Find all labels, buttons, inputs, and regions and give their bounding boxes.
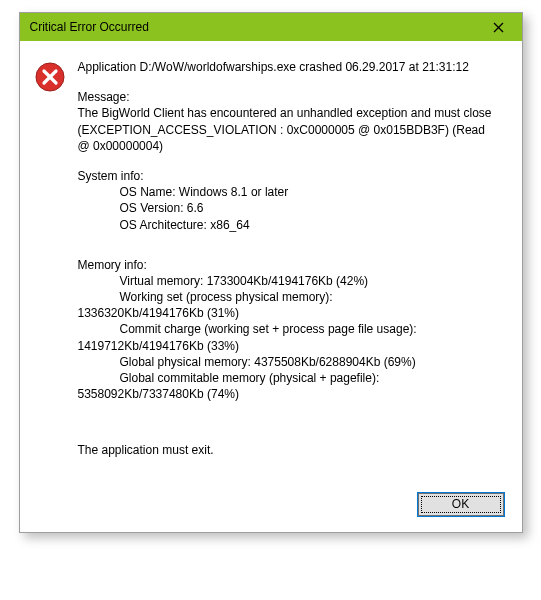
error-icon: [34, 61, 66, 93]
os-version: OS Version: 6.6: [78, 200, 500, 216]
mem-commit-label: Commit charge (working set + process pag…: [78, 321, 500, 337]
message-text: The BigWorld Client has encountered an u…: [78, 105, 500, 154]
mem-virtual: Virtual memory: 1733004Kb/4194176Kb (42%…: [78, 273, 500, 289]
mem-working-set-value: 1336320Kb/4194176Kb (31%): [78, 305, 500, 321]
ok-button[interactable]: OK: [418, 493, 504, 516]
mem-working-set-label: Working set (process physical memory):: [78, 289, 500, 305]
titlebar[interactable]: Critical Error Occurred: [20, 13, 522, 41]
error-dialog: Critical Error Occurred Application D:/W…: [19, 12, 523, 533]
mem-global-commit-value: 5358092Kb/7337480Kb (74%): [78, 386, 500, 402]
os-arch: OS Architecture: x86_64: [78, 217, 500, 233]
dialog-footer: OK: [20, 483, 522, 532]
crash-headline: Application D:/WoW/worldofwarships.exe c…: [78, 59, 500, 75]
system-info-heading: System info:: [78, 168, 500, 184]
memory-info-heading: Memory info:: [78, 257, 500, 273]
window-title: Critical Error Occurred: [30, 20, 149, 34]
exit-message: The application must exit.: [78, 442, 500, 458]
os-name: OS Name: Windows 8.1 or later: [78, 184, 500, 200]
mem-global-physical: Global physical memory: 4375508Kb/628890…: [78, 354, 500, 370]
message-heading: Message:: [78, 89, 500, 105]
mem-global-commit-label: Global commitable memory (physical + pag…: [78, 370, 500, 386]
mem-commit-value: 1419712Kb/4194176Kb (33%): [78, 338, 500, 354]
message-body: Application D:/WoW/worldofwarships.exe c…: [78, 59, 500, 473]
close-button[interactable]: [484, 17, 514, 37]
close-icon: [493, 22, 504, 33]
